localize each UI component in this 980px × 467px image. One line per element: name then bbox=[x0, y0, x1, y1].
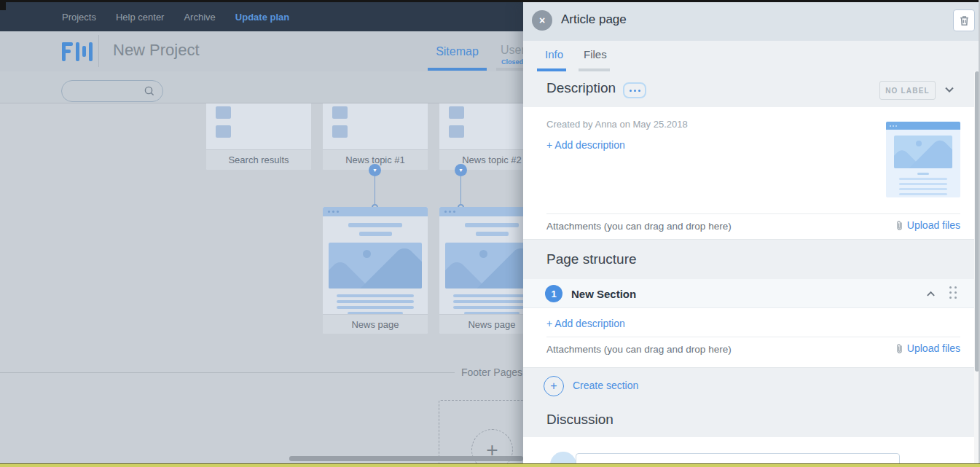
tab-files[interactable]: Files bbox=[584, 48, 607, 60]
connector-line bbox=[375, 176, 375, 204]
trash-icon bbox=[958, 15, 971, 27]
section-number-badge: 1 bbox=[545, 285, 562, 302]
section-upload-files-link[interactable]: Upload files bbox=[895, 342, 960, 354]
upload-files-link[interactable]: Upload files bbox=[895, 219, 960, 231]
add-description-link[interactable]: + Add description bbox=[546, 139, 625, 151]
no-label-button[interactable]: NO LABEL bbox=[879, 81, 936, 100]
section-card: 1 New Section + Add description Attachme… bbox=[523, 279, 974, 368]
search-icon[interactable] bbox=[144, 85, 155, 97]
footer-pages-label: Footer Pages bbox=[461, 366, 522, 378]
card-browser-bar bbox=[323, 207, 428, 216]
app-window: Projects Help center Archive Update plan… bbox=[0, 0, 980, 467]
sitemap-card-search-results[interactable]: Search results bbox=[206, 103, 311, 170]
nav-archive[interactable]: Archive bbox=[184, 12, 215, 23]
sitemap-card-news-page-1[interactable]: News page bbox=[323, 207, 428, 334]
delete-page-button[interactable] bbox=[953, 9, 975, 31]
horizontal-scrollbar[interactable] bbox=[289, 456, 523, 461]
section-add-description-link[interactable]: + Add description bbox=[546, 318, 625, 329]
card-wireframe bbox=[323, 103, 428, 138]
tab-userflow-badge: Closed bbox=[501, 58, 523, 66]
nav-projects[interactable]: Projects bbox=[62, 12, 96, 23]
created-by-text: Created by Anna on May 25.2018 bbox=[546, 119, 688, 130]
nav-update-plan[interactable]: Update plan bbox=[235, 12, 289, 23]
card-wireframe bbox=[323, 216, 428, 315]
header-divider bbox=[98, 35, 99, 67]
create-section-button[interactable]: Create section bbox=[573, 380, 638, 391]
sitemap-card-news-topic-1[interactable]: News topic #1 bbox=[323, 103, 428, 170]
tab-files-indicator bbox=[579, 68, 610, 71]
section-attachments-hint: Attachments (you can drag and drop here) bbox=[546, 344, 732, 355]
section-header-row[interactable]: 1 New Section bbox=[523, 279, 974, 308]
nav-help-center[interactable]: Help center bbox=[116, 12, 164, 23]
page-structure-heading: Page structure bbox=[546, 251, 637, 267]
connector-arrow-down-icon[interactable]: ▼ bbox=[455, 164, 467, 176]
create-section-plus-icon[interactable]: + bbox=[544, 376, 564, 396]
search-field[interactable] bbox=[61, 80, 163, 102]
description-heading: Description bbox=[546, 80, 616, 96]
tab-sitemap-active-indicator bbox=[428, 68, 487, 71]
window-bottom-edge bbox=[0, 463, 980, 467]
discussion-heading: Discussion bbox=[546, 412, 614, 428]
project-title: New Project bbox=[113, 41, 200, 60]
page-thumbnail bbox=[886, 122, 960, 197]
drag-handle-icon[interactable] bbox=[949, 286, 957, 299]
page-details-panel: × Article page Info Files Description NO… bbox=[523, 0, 980, 467]
description-card: Created by Anna on May 25.2018 + Add des… bbox=[523, 107, 974, 240]
discussion-card bbox=[523, 437, 974, 467]
search-input[interactable] bbox=[72, 85, 144, 98]
window-top-edge bbox=[0, 0, 980, 2]
chevron-up-icon[interactable] bbox=[925, 289, 936, 299]
card-label: Search results bbox=[206, 149, 311, 170]
tab-userflow[interactable]: User bbox=[501, 44, 525, 57]
panel-header: × Article page bbox=[523, 0, 980, 41]
chevron-down-icon[interactable] bbox=[944, 85, 955, 95]
tab-info[interactable]: Info bbox=[545, 48, 563, 60]
section-name[interactable]: New Section bbox=[571, 288, 636, 300]
tab-sitemap[interactable]: Sitemap bbox=[428, 45, 487, 58]
connector-line bbox=[460, 176, 461, 204]
tab-info-active-indicator bbox=[537, 68, 566, 71]
divider bbox=[546, 337, 960, 337]
panel-title: Article page bbox=[561, 12, 627, 27]
window-corner bbox=[0, 0, 6, 10]
panel-tabs: Info Files bbox=[523, 41, 980, 71]
footer-pages-divider bbox=[0, 372, 455, 373]
paperclip-icon bbox=[895, 343, 903, 354]
paperclip-icon bbox=[895, 220, 903, 231]
card-wireframe bbox=[206, 103, 311, 138]
divider bbox=[546, 213, 960, 214]
close-icon[interactable]: × bbox=[532, 10, 552, 31]
card-label: News page bbox=[323, 314, 428, 334]
attachments-hint: Attachments (you can drag and drop here) bbox=[546, 221, 732, 232]
connector-arrow-down-icon[interactable]: ▼ bbox=[369, 164, 381, 176]
app-logo-icon[interactable] bbox=[62, 42, 93, 61]
description-options-icon[interactable] bbox=[623, 82, 646, 98]
